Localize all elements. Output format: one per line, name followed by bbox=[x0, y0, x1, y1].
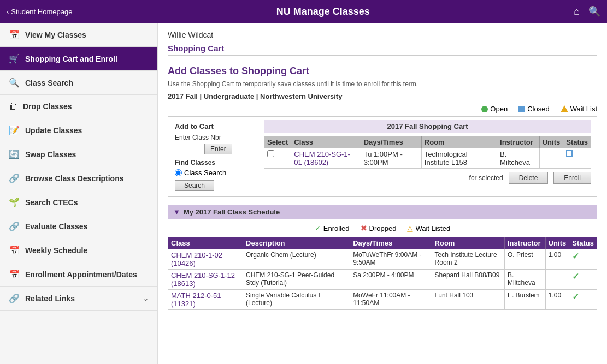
sched-class-link[interactable]: CHEM 210-SG-1-12 (18613) bbox=[171, 271, 235, 288]
edit-icon: 📝 bbox=[9, 125, 20, 135]
delete-button[interactable]: Delete bbox=[509, 172, 549, 184]
sidebar-item-label: Evaluate Classes bbox=[25, 222, 87, 231]
sidebar-item-label: Search CTECs bbox=[25, 198, 78, 207]
enrolled-status-icon: ✓ bbox=[572, 272, 579, 281]
open-label: Open bbox=[490, 105, 508, 113]
main-layout: 📅 View My Classes 🛒 Shopping Cart and En… bbox=[0, 23, 607, 364]
schedule-table: Class Description Days/Times Room Instru… bbox=[168, 237, 597, 310]
search-icon[interactable]: 🔍 bbox=[588, 5, 600, 17]
sidebar-item-evaluate-classes[interactable]: 🔗 Evaluate Classes bbox=[0, 214, 157, 238]
related-link-icon: 🔗 bbox=[9, 293, 20, 303]
add-to-cart-title: Add to Cart bbox=[175, 122, 251, 130]
waitlist-triangle bbox=[561, 105, 568, 112]
class-search-radio-row: Class Search bbox=[175, 169, 251, 177]
sched-row-days-times: MoTuWeThFr 9:00AM - 9:50AM bbox=[350, 249, 432, 270]
waitlisted-label: Wait Listed bbox=[415, 224, 450, 232]
legend-dropped: ✖ Dropped bbox=[361, 224, 397, 232]
col-room: Room bbox=[421, 136, 497, 148]
sched-row-status: ✓ bbox=[569, 270, 597, 290]
sched-row-days-times: MoWeFr 11:00AM - 11:50AM bbox=[350, 290, 432, 310]
search-button[interactable]: Search bbox=[175, 180, 214, 191]
sched-row-description: Organic Chem (Lecture) bbox=[243, 249, 350, 270]
sched-row-description: Single Variable Calculus I (Lecture) bbox=[243, 290, 350, 310]
legend-waitlist: Wait List bbox=[561, 105, 597, 113]
waitlisted-triangle-icon: △ bbox=[407, 224, 413, 232]
class-search-radio[interactable] bbox=[175, 169, 182, 176]
sidebar-item-swap-classes[interactable]: 🔄 Swap Classes bbox=[0, 142, 157, 166]
back-nav-label: Student Homepage bbox=[11, 8, 72, 16]
sched-class-link[interactable]: MATH 212-0-51 (11321) bbox=[171, 291, 221, 308]
legend-row: Open Closed Wait List bbox=[168, 105, 597, 113]
find-classes-section: Find Classes Class Search Search bbox=[175, 159, 251, 191]
sched-row-description: CHEM 210-SG-1 Peer-Guided Stdy (Tutorial… bbox=[243, 270, 350, 290]
for-selected-row: for selected Delete Enroll bbox=[264, 172, 591, 184]
enrollment-icon: 📅 bbox=[9, 269, 20, 279]
schedule-header[interactable]: ▼ My 2017 Fall Class Schedule bbox=[168, 205, 597, 219]
cart-row-instructor: B. Miltcheva bbox=[497, 148, 540, 169]
sidebar-item-class-search[interactable]: 🔍 Class Search bbox=[0, 71, 157, 95]
add-classes-title: Add Classes to Shopping Cart bbox=[168, 65, 597, 77]
col-units: Units bbox=[539, 136, 563, 148]
sidebar-item-label: Enrollment Appointment/Dates bbox=[25, 270, 137, 279]
eval-icon: 🔗 bbox=[9, 221, 20, 231]
cart-row-checkbox[interactable] bbox=[267, 150, 274, 157]
content-area: Willie Wildcat Shopping Cart Add Classes… bbox=[158, 23, 607, 364]
schedule-icon: 📅 bbox=[9, 245, 20, 255]
sidebar-item-view-my-classes[interactable]: 📅 View My Classes bbox=[0, 23, 157, 47]
magnifier-icon: 🔍 bbox=[9, 77, 20, 88]
header-icons: ⌂ 🔍 bbox=[574, 5, 600, 17]
sidebar-item-enrollment-appointment[interactable]: 📅 Enrollment Appointment/Dates bbox=[0, 262, 157, 287]
sched-class-link[interactable]: CHEM 210-1-02 (10426) bbox=[171, 251, 222, 267]
sched-row-status: ✓ bbox=[569, 249, 597, 270]
swap-icon: 🔄 bbox=[9, 149, 20, 159]
calendar-icon: 📅 bbox=[9, 29, 20, 40]
sidebar-item-search-ctecs[interactable]: 🌱 Search CTECs bbox=[0, 190, 157, 214]
collapse-arrow-icon: ▼ bbox=[173, 208, 180, 216]
table-row: MATH 212-0-51 (11321) Single Variable Ca… bbox=[168, 290, 597, 310]
user-name: Willie Wildcat bbox=[168, 31, 597, 39]
sidebar-item-weekly-schedule[interactable]: 📅 Weekly Schedule bbox=[0, 238, 157, 262]
sched-row-room: Tech Institute Lecture Room 2 bbox=[432, 249, 504, 270]
shopping-cart-link[interactable]: Shopping Cart bbox=[168, 44, 597, 56]
enter-button[interactable]: Enter bbox=[204, 144, 232, 154]
cart-row-select bbox=[264, 148, 291, 169]
enroll-button[interactable]: Enroll bbox=[553, 172, 591, 184]
link-icon: 🔗 bbox=[9, 173, 20, 183]
sched-row-room: Lunt Hall 103 bbox=[432, 290, 504, 310]
col-class: Class bbox=[291, 136, 361, 148]
sched-col-class: Class bbox=[168, 237, 243, 249]
sidebar-item-label: Related Links bbox=[25, 294, 75, 303]
sched-row-class: MATH 212-0-51 (11321) bbox=[168, 290, 243, 310]
shopping-cart-panel: Add to Cart Enter Class Nbr Enter Find C… bbox=[168, 116, 597, 197]
sidebar-item-related-links[interactable]: 🔗 Related Links ⌄ bbox=[0, 287, 157, 311]
sched-row-units bbox=[545, 270, 569, 290]
col-select: Select bbox=[264, 136, 291, 148]
cart-icon: 🛒 bbox=[9, 53, 20, 64]
class-search-radio-label: Class Search bbox=[184, 169, 226, 177]
sidebar-item-browse-class-desc[interactable]: 🔗 Browse Class Descriptions bbox=[0, 166, 157, 190]
term-label: 2017 Fall | Undergraduate | Northwestern… bbox=[168, 92, 597, 100]
sched-row-instructor: O. Priest bbox=[504, 249, 545, 270]
sched-col-description: Description bbox=[243, 237, 350, 249]
sched-row-status: ✓ bbox=[569, 290, 597, 310]
back-chevron-icon: ‹ bbox=[7, 8, 9, 16]
sidebar-item-drop-classes[interactable]: 🗑 Drop Classes bbox=[0, 95, 157, 118]
sidebar-item-shopping-cart[interactable]: 🛒 Shopping Cart and Enroll bbox=[0, 47, 157, 71]
sched-row-class: CHEM 210-1-02 (10426) bbox=[168, 249, 243, 270]
sched-row-class: CHEM 210-SG-1-12 (18613) bbox=[168, 270, 243, 290]
sidebar-item-label: Class Search bbox=[25, 79, 73, 87]
waitlist-label: Wait List bbox=[570, 105, 597, 113]
sched-row-room: Shepard Hall B08/B09 bbox=[432, 270, 504, 290]
class-nbr-label: Enter Class Nbr bbox=[175, 134, 251, 141]
home-icon[interactable]: ⌂ bbox=[574, 6, 580, 17]
sidebar-item-update-classes[interactable]: 📝 Update Classes bbox=[0, 118, 157, 142]
for-selected-label: for selected bbox=[469, 174, 503, 182]
class-nbr-input[interactable] bbox=[175, 144, 202, 154]
enrolled-label: Enrolled bbox=[323, 224, 350, 232]
cart-class-link[interactable]: CHEM 210-SG-1-01 (18602) bbox=[294, 150, 350, 166]
sidebar-item-label: Shopping Cart and Enroll bbox=[25, 55, 117, 63]
sidebar-item-label: Drop Classes bbox=[23, 102, 72, 111]
back-nav[interactable]: ‹ Student Homepage bbox=[7, 8, 72, 16]
sidebar-item-label: Swap Classes bbox=[25, 150, 76, 159]
cart-row-class: CHEM 210-SG-1-01 (18602) bbox=[291, 148, 361, 169]
